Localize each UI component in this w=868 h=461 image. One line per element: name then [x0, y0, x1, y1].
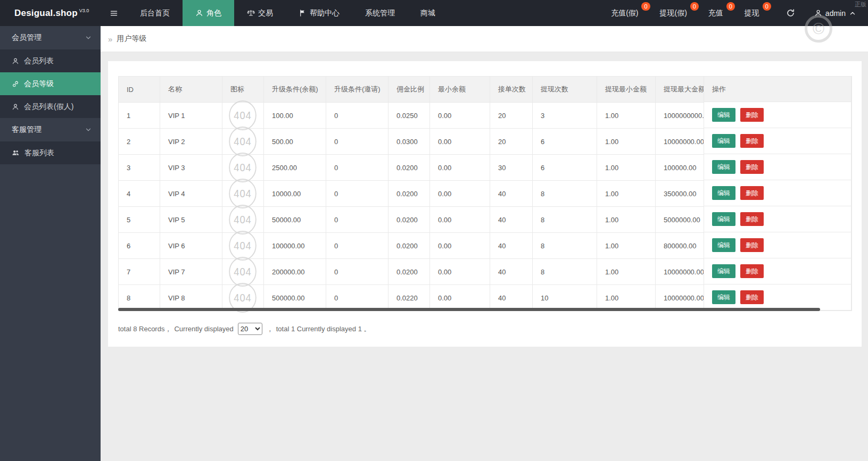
edit-button[interactable]: 编辑 [712, 290, 735, 304]
delete-button[interactable]: 删除 [740, 264, 764, 278]
cell-commission: 0.0250 [388, 103, 430, 129]
cell-withdraw-count: 6 [533, 155, 597, 181]
cell-name: VIP 1 [160, 103, 222, 129]
delete-button[interactable]: 删除 [740, 160, 764, 174]
nav-item-trade[interactable]: 交易 [234, 0, 286, 26]
cell-icon: 404 [222, 129, 264, 155]
sidebar-item-member-list-fake[interactable]: 会员列表(假人) [0, 95, 101, 118]
cell-commission: 0.0200 [388, 259, 430, 285]
edit-button[interactable]: 编辑 [712, 160, 735, 174]
notice-badge: 0 [763, 2, 771, 11]
cell-withdraw-min: 1.00 [597, 207, 656, 233]
broken-image-placeholder: 404 [229, 153, 257, 182]
cell-min-balance: 0.00 [430, 259, 490, 285]
cell-id: 4 [119, 181, 160, 207]
link-icon [12, 80, 19, 88]
sidebar-toggle-button[interactable] [101, 0, 127, 26]
edit-button[interactable]: 编辑 [712, 264, 735, 278]
notice-recharge[interactable]: 充值 0 [702, 0, 738, 26]
notice-withdraw[interactable]: 提现 0 [738, 0, 774, 26]
notice-withdraw-fake[interactable]: 提现(假) 0 [654, 0, 702, 26]
notice-label: 充值(假) [611, 9, 638, 18]
sidebar-group-members[interactable]: 会员管理 [0, 26, 101, 49]
displayed-count-text: total 1 Currently displayed 1 。 [276, 324, 371, 334]
table-wrap: ID名称图标升级条件(余额)升级条件(邀请)佣金比例最小余额接单次数提现次数提现… [118, 76, 852, 311]
page-size-select[interactable]: 20 [238, 323, 262, 335]
cell-withdraw-min: 1.00 [597, 233, 656, 259]
cell-min-balance: 0.00 [430, 233, 490, 259]
sidebar-item-member-list[interactable]: 会员列表 [0, 49, 101, 72]
brand-version: V3.0 [79, 8, 89, 13]
cell-withdraw-count: 8 [533, 207, 597, 233]
nav-item-label: 交易 [258, 9, 273, 18]
cell-id: 3 [119, 155, 160, 181]
edit-button[interactable]: 编辑 [712, 186, 735, 200]
sidebar-item-label: 会员列表 [24, 56, 54, 66]
nav-item-label: 角色 [206, 9, 221, 18]
table-row-actions: 编辑 删除 [704, 180, 851, 206]
broken-image-placeholder: 404 [229, 179, 257, 208]
delete-button[interactable]: 删除 [740, 186, 764, 200]
cell-id: 2 [119, 129, 160, 155]
sidebar-group-label: 会员管理 [12, 33, 42, 43]
nav-item-label: 帮助中心 [310, 9, 340, 18]
person-icon [12, 103, 19, 111]
cell-name: VIP 8 [160, 285, 222, 311]
cell-min-balance: 0.00 [430, 155, 490, 181]
delete-button[interactable]: 删除 [740, 290, 764, 304]
nav-item-mall[interactable]: 商城 [408, 0, 448, 26]
cell-commission: 0.0200 [388, 207, 430, 233]
person-icon [195, 9, 203, 17]
cell-upgrade-balance: 10000.00 [264, 181, 326, 207]
cell-icon: 404 [222, 285, 264, 311]
notice-badge: 0 [726, 2, 735, 11]
sidebar-item-member-level[interactable]: 会员等级 [0, 72, 101, 95]
chevron-up-icon [849, 10, 856, 17]
cell-withdraw-count: 8 [533, 259, 597, 285]
notice-label: 提现(假) [660, 9, 687, 18]
cell-upgrade-invite: 0 [326, 103, 388, 129]
nav-item-help-center[interactable]: 帮助中心 [286, 0, 352, 26]
copyright-symbol: © [813, 20, 824, 38]
nav-item-dashboard[interactable]: 后台首页 [127, 0, 183, 26]
cell-upgrade-invite: 0 [326, 207, 388, 233]
edit-button[interactable]: 编辑 [712, 134, 735, 148]
cell-name: VIP 6 [160, 233, 222, 259]
ops-rows: 编辑 删除 编辑 删除 编辑 删除 编辑 删除 编辑 删除 编辑 删除 编辑 删… [704, 102, 851, 311]
cell-name: VIP 2 [160, 129, 222, 155]
delete-button[interactable]: 删除 [740, 134, 764, 148]
main-content: » 用户等级 ID名称图标升级条件(余额)升级条件(邀请)佣金比例最小余额接单次… [101, 26, 868, 461]
horizontal-scrollbar[interactable] [118, 308, 820, 311]
edit-button[interactable]: 编辑 [712, 212, 735, 226]
notice-badge: 0 [690, 2, 699, 11]
nav-item-system[interactable]: 系统管理 [352, 0, 408, 26]
delete-button[interactable]: 删除 [740, 212, 764, 226]
refresh-button[interactable] [774, 0, 807, 26]
cell-upgrade-balance: 500.00 [264, 129, 326, 155]
breadcrumb-arrow-icon: » [108, 35, 112, 44]
pagination-bar: total 8 Records， Currently displayed 20 … [118, 323, 852, 335]
cell-id: 5 [119, 207, 160, 233]
notice-recharge-fake[interactable]: 充值(假) 0 [605, 0, 653, 26]
edit-button[interactable]: 编辑 [712, 108, 735, 122]
sidebar-item-label: 客服列表 [24, 148, 54, 158]
sidebar-item-label: 会员等级 [24, 79, 54, 89]
cell-orders: 40 [490, 285, 533, 311]
nav-item-roles[interactable]: 角色 [183, 0, 234, 26]
flag-icon [299, 9, 307, 17]
cell-commission: 0.0300 [388, 129, 430, 155]
delete-button[interactable]: 删除 [740, 108, 764, 122]
sidebar-item-support-list[interactable]: 客服列表 [0, 141, 101, 164]
edit-button[interactable]: 编辑 [712, 238, 735, 252]
cell-upgrade-balance: 2500.00 [264, 155, 326, 181]
sidebar-group-support[interactable]: 客服管理 [0, 118, 101, 141]
top-navbar: Desigual.shop V3.0 后台首页 角色 交易 帮助中心 系统管理 … [0, 0, 868, 26]
cell-orders: 40 [490, 181, 533, 207]
breadcrumb: » 用户等级 [101, 26, 868, 52]
delete-button[interactable]: 删除 [740, 238, 764, 252]
actions-fixed-column: 操作 编辑 删除 编辑 删除 编辑 删除 编辑 删除 编辑 删除 编辑 删除 编… [704, 76, 852, 311]
chevron-down-icon [85, 126, 92, 133]
app-logo: Desigual.shop V3.0 [0, 0, 101, 26]
cell-orders: 30 [490, 155, 533, 181]
cell-orders: 20 [490, 103, 533, 129]
